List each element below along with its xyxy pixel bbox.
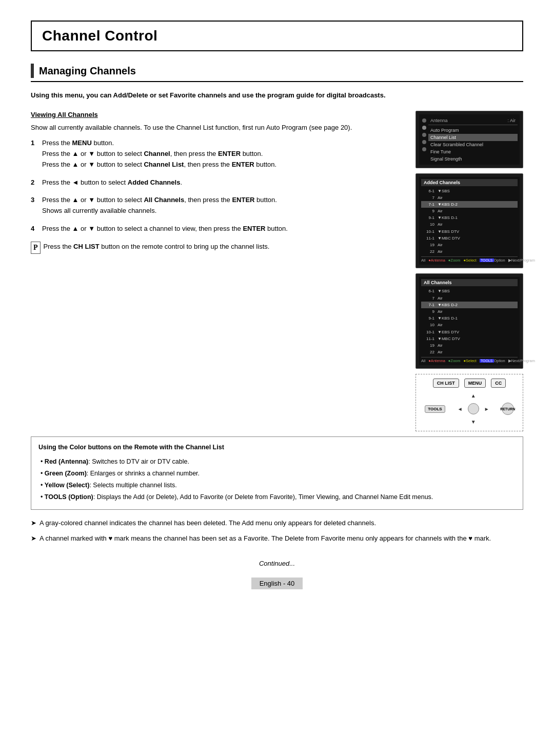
note-2-arrow: ➤: [31, 533, 36, 544]
step-2: 2 Press the ◄ button to select Added Cha…: [31, 177, 405, 188]
all-ch-row-4: 9-1▼KBS D-1: [421, 315, 518, 322]
all-ch-row-6: 10-1▼EBS DTV: [421, 329, 518, 335]
all-ch-row-5: 10Air: [421, 322, 518, 328]
step-1: 1 Press the MENU button. Press the ▲ or …: [31, 138, 405, 170]
nav-down-arrow: ▼: [471, 419, 476, 425]
ch-row-1: 7Air: [421, 194, 518, 201]
step-4-num: 4: [31, 224, 38, 234]
color-info-box: Using the Color buttons on the Remote wi…: [31, 436, 523, 509]
all-channels-title-text: All Channels: [424, 280, 452, 285]
fine-tune-label: Fine Tune: [430, 149, 451, 154]
ch-row-3: 9Air: [421, 208, 518, 214]
nav-left-arrow: ◄: [458, 406, 463, 412]
auto-program-label: Auto Program: [430, 128, 459, 133]
next2-btn: ▶Next/Program: [508, 359, 535, 363]
channel-list-label: Channel List: [430, 135, 456, 140]
note-1-arrow: ➤: [31, 518, 36, 529]
all-ch-row-7: 11-1▼MBC DTV: [421, 335, 518, 342]
main-layout: Viewing All Channels Show all currently …: [31, 111, 523, 432]
subheading-viewing: Viewing All Channels: [31, 111, 405, 118]
footer: English - 40: [31, 578, 523, 589]
ch-list-note-text: Press the CH LIST button on the remote c…: [44, 242, 270, 252]
ch-row-2: 7-1▼KBS D-2: [421, 201, 518, 208]
side-icons: [421, 116, 427, 163]
ch-row-7: 11-1▼MBC DTV: [421, 235, 518, 242]
section-bar-decoration: [31, 64, 34, 78]
page-title-box: Channel Control: [31, 21, 523, 51]
all-channels-title: All Channels: [421, 279, 518, 286]
fine-tune-row: Fine Tune: [428, 148, 518, 155]
ch-list-note: P Press the CH LIST button on the remote…: [31, 242, 405, 254]
section-title: Managing Channels: [39, 65, 136, 77]
antenna-label: Antenna: [430, 118, 448, 123]
bullet-red: • Red (Antenna): Switches to DTV air or …: [41, 456, 516, 467]
all2-label: All: [421, 359, 425, 363]
all-ch-row-0: 6-1▼SBS: [421, 288, 518, 294]
right-column: Antenna : Air Auto Program Channel List …: [416, 111, 523, 432]
step-1-num: 1: [31, 138, 38, 170]
step-3-num: 3: [31, 195, 38, 216]
added-channels-title-text: Added Channels: [424, 180, 460, 185]
intro-text: Using this menu, you can Add/Delete or s…: [31, 90, 523, 101]
bullet-green: • Green (Zoom): Enlarges or shrinks a ch…: [41, 468, 516, 479]
signal-strength-row: Signal Strength: [428, 155, 518, 163]
note-icon: P: [31, 242, 41, 254]
return-button: RETURN: [502, 403, 514, 415]
select-btn: ●Select: [464, 258, 477, 263]
step-4-content: Press the ▲ or ▼ button to select a chan…: [42, 224, 405, 234]
step-4: 4 Press the ▲ or ▼ button to select a ch…: [31, 224, 405, 234]
tools-btn: TOOLSOption: [480, 258, 505, 263]
tv-menu-screenshot: Antenna : Air Auto Program Channel List …: [416, 111, 523, 168]
tools2-btn: TOOLSOption: [480, 359, 505, 363]
note-1-text: A gray-colored channel indicates the cha…: [39, 518, 376, 529]
all-ch-row-2: 7-1▼KBS D-2: [421, 302, 518, 308]
step-2-content: Press the ◄ button to select Added Chann…: [42, 177, 405, 188]
next-btn: ▶Next/Program: [508, 258, 535, 263]
nav-center-button: [468, 403, 479, 414]
left-column: Viewing All Channels Show all currently …: [31, 111, 405, 432]
remote-side-row: TOOLS ▲ ▼ ◄ ► RETURN: [425, 391, 513, 427]
ch-list-button: CH LIST: [433, 379, 459, 388]
select2-btn: ●Select: [464, 359, 477, 363]
added-channels-bottom: All ●Antenna ●Zoom ●Select TOOLSOption ▶…: [421, 256, 518, 263]
section-header: Managing Channels: [31, 64, 523, 82]
bullet-tools: • TOOLS (Option): Displays the Add (or D…: [41, 492, 516, 503]
ch-row-5: 10Air: [421, 221, 518, 228]
added-channels-rows: 6-1▼SBS 7Air 7-1▼KBS D-2 9Air 9-1▼KBS D-…: [421, 188, 518, 255]
body-text-1: Show all currently available channels. T…: [31, 123, 405, 133]
all-channels-screenshot: All Channels 6-1▼SBS 7Air 7-1▼KBS D-2 9A…: [416, 273, 523, 369]
tv-menu-display: Antenna : Air Auto Program Channel List …: [419, 114, 520, 165]
nav-up-arrow: ▲: [471, 393, 476, 399]
note-1: ➤ A gray-colored channel indicates the c…: [31, 518, 523, 529]
ch-row-8: 19Air: [421, 242, 518, 248]
auto-program-row: Auto Program: [428, 127, 518, 134]
ch-row-9: 22Air: [421, 248, 518, 255]
all-ch-row-3: 9Air: [421, 308, 518, 315]
bullet-yellow: • Yellow (Select): Selects multiple chan…: [41, 480, 516, 491]
color-info-section: Using the Color buttons on the Remote wi…: [31, 436, 523, 544]
icon-2: [422, 126, 426, 130]
signal-strength-label: Signal Strength: [430, 156, 462, 162]
all-channels-display: All Channels 6-1▼SBS 7Air 7-1▼KBS D-2 9A…: [419, 277, 520, 365]
all-ch-row-9: 22Air: [421, 349, 518, 355]
ch-row-4: 9-1▼KBS D-1: [421, 214, 518, 221]
icon-1: [422, 118, 426, 123]
all-ch-row-1: 7Air: [421, 295, 518, 302]
clear-scrambled-label: Clear Scrambled Channel: [430, 142, 483, 147]
footer-page-number: English - 40: [251, 578, 303, 589]
ch-row-0: 6-1▼SBS: [421, 188, 518, 194]
antenna-btn: ●Antenna: [428, 258, 445, 263]
nav-right-arrow: ►: [484, 406, 489, 412]
all-channels-bottom: All ●Antenna ●Zoom ●Select TOOLSOption ▶…: [421, 357, 518, 363]
zoom2-btn: ●Zoom: [448, 359, 461, 363]
page-title: Channel Control: [42, 28, 512, 44]
all-ch-row-8: 19Air: [421, 342, 518, 349]
note-2-text: A channel marked with ♥ mark means the c…: [39, 533, 491, 544]
menu-antenna-row: Antenna : Air: [428, 116, 518, 125]
all-channels-rows: 6-1▼SBS 7Air 7-1▼KBS D-2 9Air 9-1▼KBS D-…: [421, 288, 518, 355]
clear-scrambled-row: Clear Scrambled Channel: [428, 141, 518, 148]
tools-button: TOOLS: [425, 405, 445, 413]
nav-cluster: ▲ ▼ ◄ ►: [456, 391, 491, 427]
ch-row-6: 10-1▼EBS DTV: [421, 228, 518, 235]
added-channels-title: Added Channels: [421, 179, 518, 186]
